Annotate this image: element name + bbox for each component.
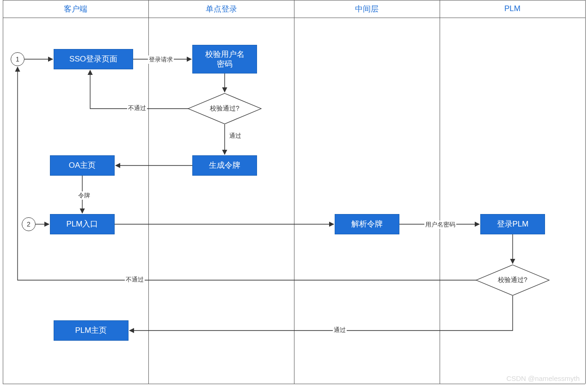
lane-header-middle: 中间层 — [294, 0, 440, 18]
decision-label: 校验通过? — [476, 264, 550, 296]
start-circle-1: 1 — [11, 52, 24, 66]
node-parse-token: 解析令牌 — [335, 214, 399, 234]
node-plm-home: PLM主页 — [54, 320, 129, 341]
edge-label-user-pwd: 用户名密码 — [424, 221, 456, 229]
node-validate-user-pwd: 校验用户名 密码 — [192, 45, 257, 74]
node-login-plm: 登录PLM — [480, 214, 545, 234]
edge-label-fail-2: 不通过 — [125, 276, 145, 284]
start-circle-2: 2 — [22, 217, 36, 231]
decision-label: 校验通过? — [188, 93, 262, 124]
decision-validate-1: 校验通过? — [188, 93, 262, 124]
edge-label-pass-1: 通过 — [228, 132, 242, 140]
lane-header-client: 客户端 — [3, 0, 148, 18]
node-gen-token: 生成令牌 — [192, 155, 257, 176]
node-sso-login-page: SSO登录页面 — [54, 49, 133, 69]
node-oa-home: OA主页 — [50, 155, 115, 176]
edge-label-token: 令牌 — [77, 191, 91, 200]
grid-line — [440, 0, 440, 384]
grid-line — [3, 384, 585, 384]
grid-line — [294, 0, 294, 384]
edge-label-pass-2: 通过 — [333, 326, 347, 334]
lane-header-sso: 单点登录 — [148, 0, 294, 18]
edge-label-fail-1: 不通过 — [127, 104, 147, 112]
edge-label-login-req: 登录请求 — [148, 55, 174, 64]
node-plm-entry: PLM入口 — [50, 214, 115, 234]
grid-line — [585, 0, 586, 384]
grid-line — [3, 0, 3, 384]
flowchart-canvas: 客户端 单点登录 中间层 PLM 1 2 SSO登录页面 校验用户名 密码 生成… — [0, 0, 588, 386]
decision-validate-2: 校验通过? — [476, 264, 550, 296]
lane-header-plm: PLM — [440, 0, 585, 18]
watermark: CSDN @namelessmyth — [506, 374, 580, 382]
